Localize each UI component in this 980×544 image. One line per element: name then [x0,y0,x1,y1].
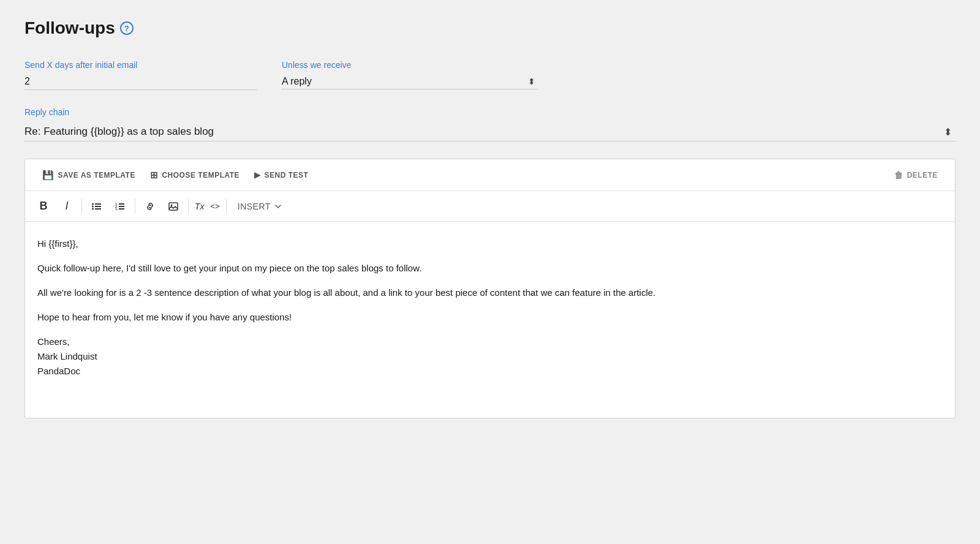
svg-rect-12 [169,203,178,210]
link-button[interactable] [139,195,161,217]
page-title: Follow-ups [24,18,115,38]
email-line-1: Hi {{first}}, [37,236,943,251]
send-days-label: Send X days after initial email [24,60,257,70]
reply-chain-select[interactable]: Re: Featuring {{blog}} as a top sales bl… [24,122,956,141]
format-separator-4 [226,199,227,214]
unless-receive-select[interactable]: A reply An open A click Nothing [282,74,539,89]
delete-label: DELETE [907,171,938,179]
clear-format-label: Tx [195,202,205,211]
numbered-list-button[interactable]: 1. 2. 3. [109,195,131,217]
editor-toolbar-top: 💾 SAVE AS TEMPLATE ⊞ CHOOSE TEMPLATE ▶ S… [25,159,955,191]
send-days-input[interactable] [24,74,257,90]
choose-template-icon: ⊞ [150,170,159,181]
insert-label: INSERT [238,202,271,211]
email-editor: 💾 SAVE AS TEMPLATE ⊞ CHOOSE TEMPLATE ▶ S… [24,159,956,418]
choose-template-button[interactable]: ⊞ CHOOSE TEMPLATE [143,165,247,186]
reply-chain-label: Reply chain [24,107,956,117]
bullet-list-button[interactable] [86,195,108,217]
clear-format-button[interactable]: Tx [192,195,207,217]
svg-point-2 [92,205,94,207]
email-line-2: Quick follow-up here, I'd still love to … [37,261,943,276]
svg-point-4 [92,208,94,210]
email-line-3: All we're looking for is a 2 -3 sentence… [37,285,943,300]
reply-chain-section: Reply chain Re: Featuring {{blog}} as a … [24,107,956,142]
editor-toolbar-format: B I 1. 2. 3. [25,191,955,222]
page-title-section: Follow-ups ? [24,18,956,38]
save-template-button[interactable]: 💾 SAVE AS TEMPLATE [35,165,143,186]
save-template-label: SAVE AS TEMPLATE [58,171,135,179]
delete-button[interactable]: 🗑 DELETE [887,165,945,185]
svg-point-0 [92,203,94,205]
send-test-label: SEND TEST [265,171,309,179]
delete-icon: 🗑 [894,170,903,180]
settings-row: Send X days after initial email Unless w… [24,60,956,90]
code-label: <> [211,202,220,211]
svg-text:3.: 3. [115,207,118,211]
format-separator-2 [135,199,135,214]
image-button[interactable] [162,195,184,217]
svg-point-13 [171,204,173,206]
send-test-button[interactable]: ▶ SEND TEST [247,165,315,184]
email-sig-cheers: Cheers, [37,336,70,347]
bold-button[interactable]: B [32,195,55,217]
unless-receive-label: Unless we receive [282,60,539,70]
unless-receive-wrapper: A reply An open A click Nothing ⬍ [282,74,539,89]
email-sig-company: PandaDoc [37,366,80,376]
email-sig-name: Mark Lindquist [37,351,97,361]
send-days-group: Send X days after initial email [24,60,257,90]
email-body[interactable]: Hi {{first}}, Quick follow-up here, I'd … [25,222,955,418]
send-test-icon: ▶ [254,170,261,179]
code-button[interactable]: <> [208,195,222,217]
email-line-4: Hope to hear from you, let me know if yo… [37,310,943,325]
unless-receive-group: Unless we receive A reply An open A clic… [282,60,539,89]
insert-dropdown-button[interactable]: INSERT [230,198,289,215]
save-template-icon: 💾 [42,170,55,181]
email-signature: Cheers, Mark Lindquist PandaDoc [37,334,943,379]
format-separator-3 [188,199,189,214]
italic-button[interactable]: I [56,195,78,217]
help-icon[interactable]: ? [120,21,134,35]
choose-template-label: CHOOSE TEMPLATE [162,171,239,179]
insert-chevron-icon [274,203,282,210]
format-separator-1 [81,199,82,214]
reply-chain-wrapper: Re: Featuring {{blog}} as a top sales bl… [24,122,956,142]
